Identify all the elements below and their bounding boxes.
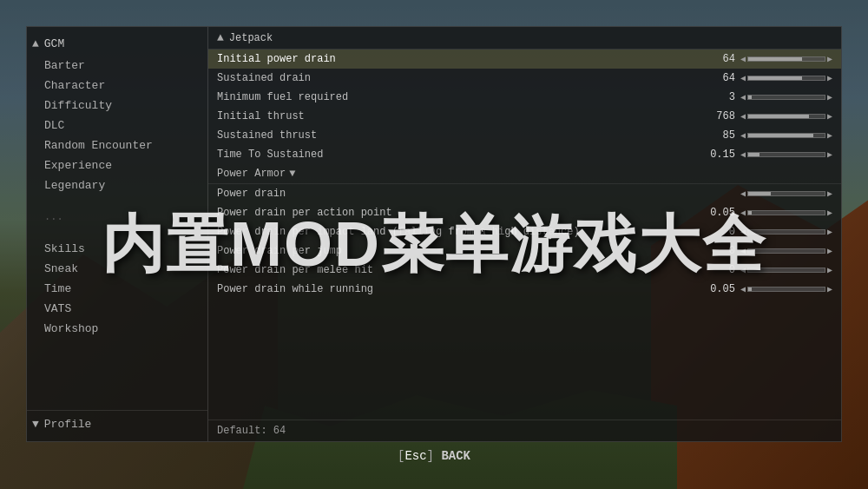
slider-fill-6 <box>748 153 760 156</box>
setting-row-sustained-drain[interactable]: Sustained drain 64 ◀ ▶ <box>208 69 841 88</box>
slider-track-3[interactable] <box>747 95 825 100</box>
slider-drain-impact-land[interactable]: ◀ ▶ <box>740 227 832 237</box>
sidebar-item-experience[interactable]: Experience <box>27 155 207 175</box>
slider-fill <box>748 57 802 61</box>
sidebar-item-sneak[interactable]: Sneak <box>27 259 207 279</box>
setting-value-drain-per-action: 0.05 <box>705 207 735 219</box>
slider-power-drain[interactable]: ◀ ▶ <box>740 188 832 199</box>
slider-right-arrow-6[interactable]: ▶ <box>827 149 832 160</box>
setting-row-drain-per-melee[interactable]: Power drain per melee hit 0 ◀ ▶ <box>208 261 841 280</box>
slider-drain-running[interactable]: ◀ ▶ <box>740 284 832 294</box>
setting-name-initial-thrust: Initial thrust <box>217 110 705 122</box>
setting-row-power-drain[interactable]: Power drain ◀ ▶ <box>208 184 841 203</box>
setting-row-sustained-thrust[interactable]: Sustained thrust 85 ◀ ▶ <box>208 126 841 145</box>
slider-left-arrow-8[interactable]: ◀ <box>740 208 746 218</box>
setting-name-drain-running: Power drain while running <box>217 283 705 295</box>
slider-drain-per-melee[interactable]: ◀ ▶ <box>740 265 832 275</box>
sidebar-obscured: ... <box>27 195 207 239</box>
sidebar-item-dlc[interactable]: DLC <box>27 116 207 135</box>
setting-name-drain-per-melee: Power drain per melee hit <box>217 264 705 276</box>
sidebar-item-random-encounter[interactable]: Random Encounter <box>27 135 207 155</box>
slider-left-arrow-11[interactable]: ◀ <box>740 265 746 275</box>
slider-track-6[interactable] <box>747 152 825 157</box>
setting-value-time-to-sustained: 0.15 <box>705 149 735 161</box>
slider-left-arrow-5[interactable]: ◀ <box>740 130 746 141</box>
sidebar-item-time[interactable]: Time <box>27 279 207 299</box>
slider-right-arrow-4[interactable]: ▶ <box>827 111 832 122</box>
slider-right-arrow[interactable]: ▶ <box>827 54 832 64</box>
power-armor-arrow[interactable]: ▼ <box>289 168 295 180</box>
slider-track-4[interactable] <box>747 114 825 119</box>
sidebar-item-skills[interactable]: Skills <box>27 239 207 259</box>
slider-track-9[interactable] <box>747 229 825 235</box>
setting-row-drain-per-jump[interactable]: Power drain per jump 0 ◀ ▶ <box>208 241 841 261</box>
slider-right-arrow-7[interactable]: ▶ <box>827 188 832 199</box>
sidebar-item-vats[interactable]: VATS <box>27 299 207 319</box>
slider-initial-power-drain[interactable]: ◀ ▶ <box>740 54 832 64</box>
slider-sustained-drain[interactable]: ◀ ▶ <box>740 73 832 83</box>
sidebar-item-difficulty[interactable]: Difficulty <box>27 96 207 116</box>
profile-label: Profile <box>44 418 92 431</box>
slider-track-5[interactable] <box>747 133 825 138</box>
setting-value-drain-per-melee: 0 <box>705 264 735 276</box>
back-label[interactable]: BACK <box>441 449 470 463</box>
slider-fill-2 <box>748 76 802 80</box>
setting-row-initial-thrust[interactable]: Initial thrust 768 ◀ ▶ <box>208 107 841 126</box>
setting-value-drain-impact-land: 0 <box>705 226 735 238</box>
slider-left-arrow-2[interactable]: ◀ <box>740 73 746 83</box>
slider-left-arrow-3[interactable]: ◀ <box>740 92 746 102</box>
slider-left-arrow-12[interactable]: ◀ <box>740 284 746 294</box>
slider-right-arrow-11[interactable]: ▶ <box>827 265 832 275</box>
slider-track-11[interactable] <box>747 268 825 273</box>
right-panel: ▲ Jetpack Initial power drain 64 ◀ ▶ <box>208 26 842 442</box>
left-panel: ▲ GCM Barter Character Difficulty DLC Ra… <box>26 26 208 442</box>
slider-track-10[interactable] <box>747 248 825 254</box>
slider-right-arrow-9[interactable]: ▶ <box>827 227 832 237</box>
slider-drain-per-jump[interactable]: ◀ ▶ <box>740 246 832 256</box>
slider-left-arrow-4[interactable]: ◀ <box>740 111 746 122</box>
sidebar-item-legendary[interactable]: Legendary <box>27 175 207 195</box>
setting-name-sustained-thrust: Sustained thrust <box>217 129 705 142</box>
slider-track-8[interactable] <box>747 210 825 215</box>
setting-value-initial-thrust: 768 <box>705 110 735 122</box>
slider-time-to-sustained[interactable]: ◀ ▶ <box>740 149 832 160</box>
setting-value-sustained-drain: 64 <box>705 72 735 84</box>
slider-fill-5 <box>748 134 813 137</box>
slider-right-arrow-5[interactable]: ▶ <box>827 130 832 141</box>
slider-track-7[interactable] <box>747 191 825 196</box>
slider-right-arrow-12[interactable]: ▶ <box>827 284 832 294</box>
slider-left-arrow-10[interactable]: ◀ <box>740 246 746 256</box>
panels-row: ▲ GCM Barter Character Difficulty DLC Ra… <box>26 26 842 442</box>
setting-value-initial-power-drain: 64 <box>705 53 735 65</box>
setting-row-time-to-sustained[interactable]: Time To Sustained 0.15 ◀ ▶ <box>208 145 841 164</box>
slider-sustained-thrust[interactable]: ◀ ▶ <box>740 130 832 141</box>
setting-name-power-drain: Power drain <box>217 188 705 200</box>
left-panel-header: ▲ GCM <box>27 34 207 56</box>
slider-right-arrow-3[interactable]: ▶ <box>827 92 832 102</box>
profile-section[interactable]: ▼ Profile <box>27 414 207 434</box>
slider-left-arrow-7[interactable]: ◀ <box>740 188 746 199</box>
setting-row-drain-impact-land[interactable]: Power drain per impact land (falling fro… <box>208 222 841 241</box>
sidebar-item-character[interactable]: Character <box>27 76 207 96</box>
slider-right-arrow-8[interactable]: ▶ <box>827 208 832 218</box>
sidebar-item-workshop[interactable]: Workshop <box>27 319 207 339</box>
gcm-collapse-arrow[interactable]: ▲ <box>32 37 39 50</box>
slider-right-arrow-10[interactable]: ▶ <box>827 246 832 256</box>
slider-min-fuel[interactable]: ◀ ▶ <box>740 92 832 102</box>
setting-row-drain-per-action[interactable]: Power drain per action point 0.05 ◀ ▶ <box>208 203 841 222</box>
slider-left-arrow-9[interactable]: ◀ <box>740 227 746 237</box>
setting-name-drain-impact-land: Power drain per impact land (falling fro… <box>217 226 705 238</box>
setting-row-initial-power-drain[interactable]: Initial power drain 64 ◀ ▶ <box>208 50 841 69</box>
slider-left-arrow[interactable]: ◀ <box>740 54 746 64</box>
jetpack-arrow[interactable]: ▲ <box>217 31 224 44</box>
setting-row-drain-running[interactable]: Power drain while running 0.05 ◀ ▶ <box>208 280 841 299</box>
slider-left-arrow-6[interactable]: ◀ <box>740 149 746 160</box>
slider-drain-per-action[interactable]: ◀ ▶ <box>740 208 832 218</box>
sidebar-item-barter[interactable]: Barter <box>27 56 207 76</box>
slider-track[interactable] <box>747 56 825 62</box>
slider-track-12[interactable] <box>747 287 825 292</box>
setting-row-min-fuel[interactable]: Minimum fuel required 3 ◀ ▶ <box>208 88 841 107</box>
slider-right-arrow-2[interactable]: ▶ <box>827 73 832 83</box>
slider-initial-thrust[interactable]: ◀ ▶ <box>740 111 832 122</box>
slider-track-2[interactable] <box>747 76 825 81</box>
